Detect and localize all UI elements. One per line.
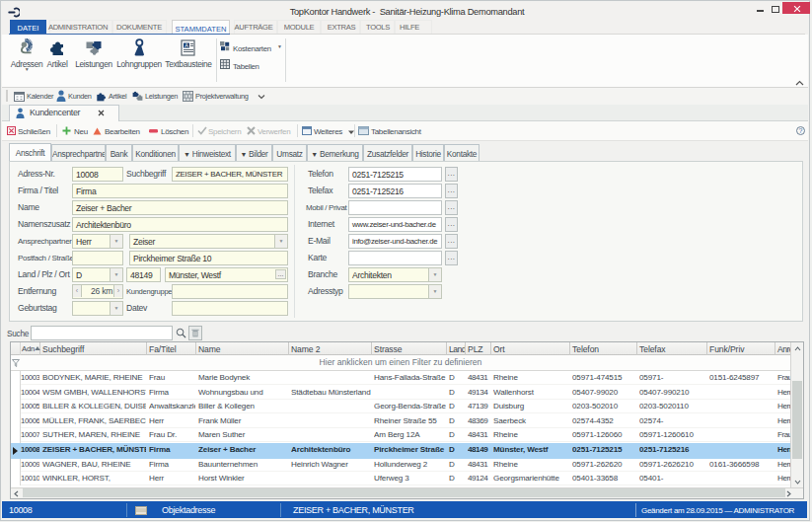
svg-text:A: A xyxy=(185,42,188,48)
